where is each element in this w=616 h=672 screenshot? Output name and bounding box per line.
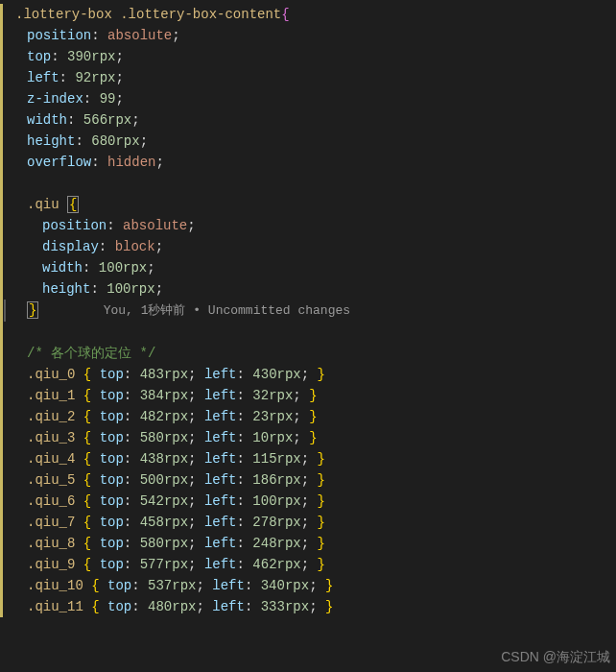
code-line: z-index: 99;	[0, 88, 616, 109]
code-line: left: 92rpx;	[0, 67, 616, 88]
css-selector: .lottery-box .lottery-box-content	[15, 7, 281, 22]
css-comment: /* 各个球的定位 */	[27, 346, 155, 361]
blank-line	[0, 322, 616, 343]
code-line: .qiu_0 { top: 483rpx; left: 430rpx; }	[0, 364, 616, 385]
code-line: .qiu_10 { top: 537rpx; left: 340rpx; }	[0, 575, 616, 596]
code-line: /* 各个球的定位 */	[0, 343, 616, 364]
code-line: .lottery-box .lottery-box-content{	[0, 4, 616, 25]
code-line: .qiu_6 { top: 542rpx; left: 100rpx; }	[0, 491, 616, 512]
code-line: .qiu_3 { top: 580rpx; left: 10rpx; }	[0, 427, 616, 448]
code-line: } You, 1秒钟前 • Uncommitted changes	[0, 300, 616, 322]
code-line: height: 680rpx;	[0, 131, 616, 152]
css-selector: .qiu	[27, 197, 59, 212]
codelens-text: You, 1秒钟前 • Uncommitted changes	[104, 303, 350, 318]
code-line: .qiu_8 { top: 580rpx; left: 248rpx; }	[0, 533, 616, 554]
blank-line	[0, 173, 616, 194]
code-line: .qiu {	[0, 194, 616, 215]
code-line: position: absolute;	[0, 25, 616, 46]
code-line: .qiu_11 { top: 480rpx; left: 333rpx; }	[0, 596, 616, 617]
code-line: display: block;	[0, 236, 616, 257]
code-line: width: 566rpx;	[0, 109, 616, 131]
code-line: .qiu_1 { top: 384rpx; left: 32rpx; }	[0, 385, 616, 406]
code-line: top: 390rpx;	[0, 46, 616, 67]
code-line: .qiu_2 { top: 482rpx; left: 23rpx; }	[0, 406, 616, 427]
code-line: .qiu_9 { top: 577rpx; left: 462rpx; }	[0, 554, 616, 575]
code-line: .qiu_5 { top: 500rpx; left: 186rpx; }	[0, 469, 616, 491]
code-line: .qiu_4 { top: 438rpx; left: 115rpx; }	[0, 448, 616, 469]
watermark-text: CSDN @海淀江城	[501, 649, 610, 666]
code-line: width: 100rpx;	[0, 257, 616, 278]
code-line: position: absolute;	[0, 215, 616, 236]
code-line: .qiu_7 { top: 458rpx; left: 278rpx; }	[0, 512, 616, 533]
code-line: height: 100rpx;	[0, 278, 616, 300]
code-editor[interactable]: .lottery-box .lottery-box-content{ posit…	[0, 0, 616, 621]
code-line: overflow: hidden;	[0, 152, 616, 173]
